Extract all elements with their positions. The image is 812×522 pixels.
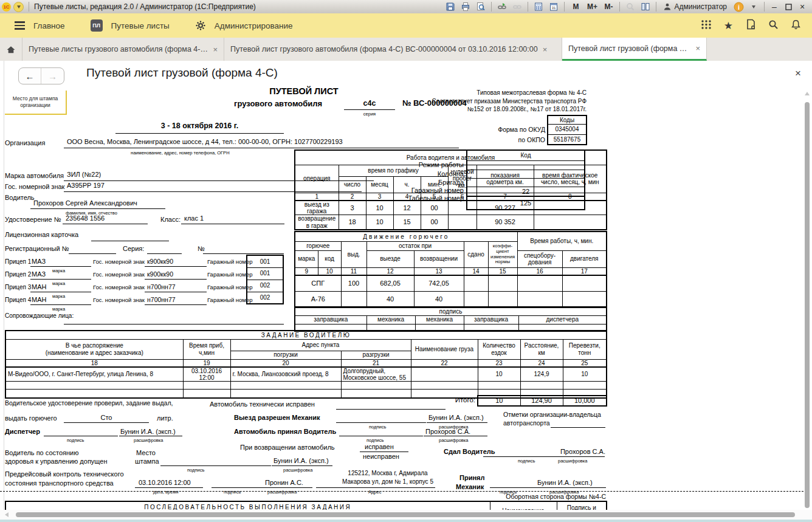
- fuel-amount: Сто: [64, 414, 149, 422]
- tab-label: Путевые листы грузового автомобиля (форм…: [29, 45, 208, 53]
- svg-text:i: i: [737, 3, 739, 10]
- back-button[interactable]: ←: [19, 68, 41, 84]
- fuel-brand: СПГ: [295, 275, 341, 291]
- tab-waybill-print[interactable]: Путевой лист грузовой (форма 4-С)×: [562, 38, 707, 61]
- time-cell: 03.10.2016 12:00: [183, 367, 230, 382]
- search-button[interactable]: [768, 19, 779, 32]
- info-button[interactable]: i: [731, 1, 746, 13]
- close-window-button[interactable]: ×: [796, 1, 809, 13]
- forward-button[interactable]: →: [41, 68, 64, 84]
- calculator-button[interactable]: [531, 1, 546, 13]
- tab-home[interactable]: [0, 38, 22, 61]
- accepted-label1: Принял: [459, 474, 484, 482]
- print-preview-button[interactable]: [473, 1, 488, 13]
- save-button[interactable]: [443, 1, 458, 13]
- th: остаток при: [366, 241, 464, 250]
- okpo-label: по ОКПО: [518, 136, 545, 143]
- get-link-button[interactable]: [495, 1, 509, 13]
- col-num: 3: [366, 193, 393, 201]
- cell: [183, 390, 230, 398]
- scroll-left-arrow[interactable]: [5, 512, 9, 517]
- cell: [448, 201, 477, 215]
- col-num: 25: [563, 359, 607, 367]
- maximize-button[interactable]: [782, 1, 795, 13]
- print-button[interactable]: [458, 1, 473, 13]
- trailer-label: Прицеп 3: [5, 284, 31, 291]
- underline: [44, 436, 118, 436]
- gave-driver-label: Сдал Водитель: [444, 448, 495, 456]
- underline: [483, 456, 605, 457]
- trailer-label: Прицеп 4: [5, 297, 31, 304]
- system-menu-button[interactable]: [13, 2, 24, 12]
- cell: 001: [247, 255, 283, 267]
- underline: [135, 487, 203, 488]
- close-form-button[interactable]: ×: [795, 67, 801, 80]
- cell: [534, 201, 607, 215]
- cell: 18: [339, 215, 366, 230]
- close-icon[interactable]: ×: [695, 44, 700, 53]
- horizontal-scrollbar[interactable]: [16, 512, 795, 517]
- stamp-place2: штампа: [135, 458, 159, 465]
- distance-cell: 124,9: [520, 367, 563, 382]
- cell: [563, 382, 607, 390]
- datetime-hint: дата, время: [153, 489, 179, 495]
- close-icon[interactable]: ×: [543, 45, 548, 54]
- history-button[interactable]: [745, 19, 756, 32]
- hamburger-menu-button[interactable]: [15, 21, 25, 30]
- gear-icon: [195, 20, 206, 31]
- menu-main[interactable]: Главное: [33, 21, 65, 30]
- decode-hint: расшифровка: [439, 438, 468, 443]
- date-range: 3 - 18 октября 2016 г.: [115, 122, 284, 130]
- registration-label: Регистрационный №: [5, 245, 69, 253]
- close-icon[interactable]: ×: [213, 45, 218, 54]
- th: операция: [295, 165, 339, 193]
- split-window-button[interactable]: [638, 1, 653, 13]
- tab-label: Путевой лист грузового автомобиля (форма…: [230, 45, 538, 53]
- th: время по графику: [339, 165, 448, 176]
- cell: 10: [366, 201, 393, 215]
- underline: [336, 422, 426, 423]
- underline: [145, 304, 207, 305]
- sign-hint: подпись: [369, 424, 386, 430]
- cell: [341, 390, 411, 398]
- tab-label: Путевой лист грузовой (форма 4-С): [568, 44, 690, 53]
- driver-short-name: Прохоров С.А.: [425, 428, 470, 436]
- favorites-button[interactable]: ★: [724, 21, 733, 31]
- memory-minus-button[interactable]: M-: [600, 1, 616, 13]
- fuel-table: Движение горючего Время работы, ч, мин. …: [294, 231, 607, 307]
- th: Время приб, ч,мин: [183, 339, 230, 359]
- underline: [145, 279, 207, 280]
- th: погрузки: [230, 351, 341, 359]
- notifications-button[interactable]: [791, 19, 801, 32]
- cell: [534, 215, 607, 230]
- all-functions-button[interactable]: [701, 19, 712, 32]
- underline: [30, 292, 91, 292]
- cell: [448, 215, 477, 230]
- cell: 15: [393, 215, 421, 230]
- vertical-scrollbar[interactable]: [805, 102, 810, 508]
- dispatcher-name: Бунин И.А. (эксп.): [120, 428, 176, 436]
- calendar-button[interactable]: 31: [546, 1, 561, 13]
- menu-admin[interactable]: Администрирование: [215, 21, 293, 30]
- scroll-up-arrow[interactable]: [805, 92, 810, 95]
- memory-button[interactable]: M: [568, 1, 583, 13]
- form-info: Типовая межотраслевая форма № 4-С Соотве…: [377, 89, 587, 114]
- go-link-button[interactable]: [510, 1, 525, 13]
- user-button[interactable]: Администратор: [659, 2, 731, 11]
- cell: [464, 275, 488, 291]
- th: Наименование груза: [411, 339, 478, 359]
- tab-waybill-list[interactable]: Путевые листы грузового автомобиля (форм…: [22, 38, 224, 61]
- col-num: 16: [517, 267, 562, 275]
- zoom-button[interactable]: [623, 1, 638, 13]
- precheck-label1: Предрейсовый контроль технического: [5, 470, 124, 478]
- minimize-button[interactable]: –: [768, 1, 781, 13]
- more-button[interactable]: [746, 1, 761, 13]
- app-window: 1С Путевые листы, редакция 2.0 / Админис…: [0, 0, 812, 522]
- menu-waybills[interactable]: Путевые листы: [111, 21, 170, 30]
- th: выд.: [341, 241, 366, 267]
- menubar: Главное ПЛ Путевые листы Администрирован…: [0, 13, 812, 38]
- tab-waybill-document[interactable]: Путевой лист грузового автомобиля (форма…: [224, 38, 562, 61]
- col-num: 19: [183, 359, 230, 367]
- form-info-line: Соответствует приказам Министерства тран…: [377, 97, 587, 106]
- memory-plus-button[interactable]: M+: [584, 1, 600, 13]
